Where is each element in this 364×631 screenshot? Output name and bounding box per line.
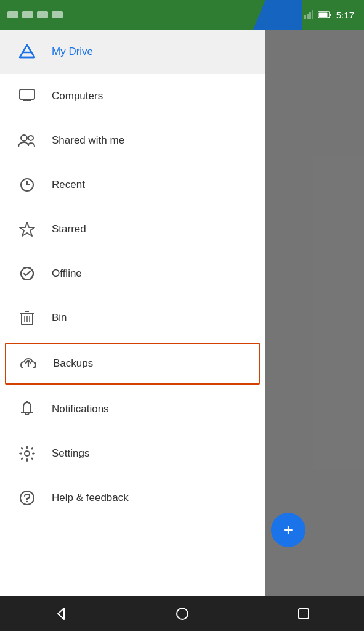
drawer-container: My Drive Computers [0,30,364,596]
svg-rect-4 [312,10,313,19]
sidebar-item-bin[interactable]: Bin [0,296,265,340]
fab-plus-icon: + [283,521,293,539]
recents-button[interactable] [285,596,322,631]
svg-marker-8 [20,45,34,57]
backups-label: Backups [53,357,93,370]
settings-icon [15,441,39,466]
star-icon [15,217,39,242]
sidebar-item-my-drive[interactable]: My Drive [0,30,265,74]
svg-rect-11 [20,89,34,99]
offline-icon [15,261,39,286]
svg-point-39 [26,501,28,502]
signal-icon [304,10,313,19]
svg-rect-42 [299,609,309,619]
sidebar-item-settings[interactable]: Settings [0,431,265,476]
shared-label: Shared with me [52,134,124,147]
sidebar-item-offline[interactable]: Offline [0,251,265,296]
shared-icon [15,128,39,153]
recent-icon [15,173,39,197]
bottom-nav-bar [0,596,364,631]
computer-icon [15,84,39,108]
svg-rect-31 [26,458,28,461]
svg-marker-40 [58,608,64,619]
svg-rect-30 [26,446,28,449]
status-bar-left [7,11,63,18]
status-dot-3 [37,11,48,18]
status-dot-2 [22,11,33,18]
svg-point-41 [177,608,188,619]
recent-label: Recent [52,179,85,191]
status-dot-4 [52,11,63,18]
status-dot-1 [7,11,18,18]
sidebar-item-shared[interactable]: Shared with me [0,118,265,163]
svg-point-14 [21,135,27,141]
svg-rect-33 [32,453,34,455]
svg-rect-1 [304,15,306,19]
svg-rect-32 [20,453,22,455]
sidebar-item-help[interactable]: Help & feedback [0,476,265,520]
svg-point-29 [25,451,30,456]
bin-icon [15,306,39,330]
sidebar-item-computers[interactable]: Computers [0,74,265,118]
status-time: 5:17 [336,10,354,20]
home-button[interactable] [164,596,201,631]
svg-point-15 [28,136,33,140]
settings-label: Settings [52,447,89,460]
notifications-label: Notifications [52,403,109,415]
my-drive-label: My Drive [52,46,93,58]
svg-rect-3 [309,12,311,19]
status-bar-accent [253,0,302,30]
starred-label: Starred [52,223,86,235]
fab-button[interactable]: + [271,513,305,547]
notifications-icon [15,397,39,421]
status-bar: 5:17 [0,0,364,30]
svg-rect-6 [318,13,327,17]
svg-rect-7 [330,14,331,16]
help-icon [15,486,39,510]
back-button[interactable] [42,596,79,631]
svg-marker-19 [20,222,34,236]
sidebar-item-notifications[interactable]: Notifications [0,387,265,431]
computers-label: Computers [52,90,103,102]
drawer-overlay[interactable]: + [265,30,364,596]
offline-label: Offline [52,267,82,280]
battery-icon [318,11,331,18]
sidebar-item-starred[interactable]: Starred [0,207,265,251]
sidebar-item-backups[interactable]: Backups [5,343,260,385]
bin-label: Bin [52,312,67,324]
sidebar-item-recent[interactable]: Recent [0,163,265,207]
help-label: Help & feedback [52,492,129,504]
svg-rect-2 [307,14,309,19]
backup-icon [16,351,41,376]
drive-icon [15,39,39,64]
nav-drawer: My Drive Computers [0,30,265,596]
